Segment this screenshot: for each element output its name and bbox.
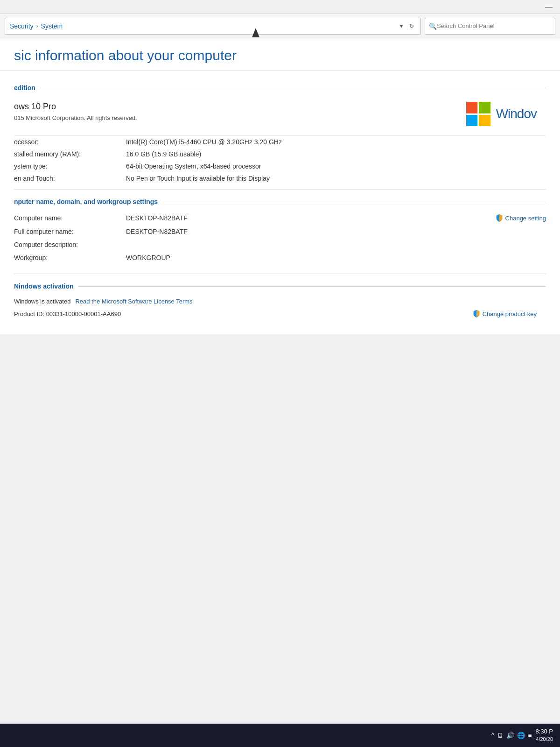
taskbar-right: ^ 🖥 🔊 🌐 ≡ 8:30 P 4/20/20 [491, 727, 553, 743]
logo-quadrant-tr [479, 102, 490, 113]
activation-section-header: Nindows activation [14, 282, 546, 290]
edition-header-text: edition [14, 84, 35, 92]
processor-value: Intel(R) Core(TM) i5-4460 CPU @ 3.20GHz … [126, 138, 546, 146]
edition-section-header: edition [14, 84, 546, 92]
workgroup-value: WORKGROUP [126, 254, 546, 261]
tray-volume-icon[interactable]: 🔊 [506, 732, 514, 739]
clock-time: 8:30 P [535, 727, 553, 736]
full-computer-name-label: Full computer name: [14, 228, 126, 235]
ram-row: stalled memory (RAM): 16.0 GB (15.9 GB u… [14, 148, 546, 160]
activation-status-text: Windows is activated [14, 298, 70, 305]
tray-network-icon[interactable]: 🌐 [517, 732, 525, 739]
breadcrumb-system: System [41, 22, 63, 30]
tray-monitor-icon[interactable]: 🖥 [497, 732, 504, 739]
logo-quadrant-tl [466, 102, 478, 113]
refresh-button[interactable]: ↻ [407, 22, 416, 30]
pen-touch-row: en and Touch: No Pen or Touch Input is a… [14, 172, 546, 184]
license-terms-link[interactable]: Read the Microsoft Software License Term… [75, 298, 192, 305]
main-content: sic information about your computer edit… [0, 38, 560, 334]
windows-logo-grid [466, 102, 490, 126]
edition-name: ows 10 Pro [14, 102, 466, 112]
change-settings-button[interactable]: Change setting [495, 214, 546, 222]
windows-logo: Windov [466, 102, 546, 126]
breadcrumb: Security › System [10, 22, 63, 30]
activation-section: Windows is activated Read the Microsoft … [14, 296, 546, 320]
system-type-row: ystem type: 64-bit Operating System, x64… [14, 160, 546, 172]
clock-date: 4/20/20 [535, 736, 553, 743]
computer-name-header-text: nputer name, domain, and workgroup setti… [14, 198, 158, 205]
search-box[interactable]: 🔍 [425, 18, 555, 35]
ram-label: stalled memory (RAM): [14, 150, 126, 158]
processor-label: ocessor: [14, 138, 126, 146]
search-icon: 🔍 [429, 22, 437, 30]
computer-description-label: Computer description: [14, 241, 126, 248]
edition-section: ows 10 Pro 015 Microsoft Corporation. Al… [14, 97, 546, 136]
taskbar: ^ 🖥 🔊 🌐 ≡ 8:30 P 4/20/20 [0, 724, 560, 747]
computer-name-section: Computer name: DESKTOP-N82BATF Change se… [14, 211, 546, 264]
change-settings-label: Change setting [505, 215, 546, 222]
computer-name-row: Computer name: DESKTOP-N82BATF Change se… [14, 211, 546, 225]
edition-info: ows 10 Pro 015 Microsoft Corporation. Al… [14, 102, 466, 121]
shield-uac-icon [495, 214, 504, 222]
tray-action-icon[interactable]: ≡ [528, 732, 532, 739]
page-title: sic information about your computer [0, 38, 560, 71]
product-id-text: Product ID: 00331-10000-00001-AA690 [14, 310, 121, 317]
search-input[interactable] [437, 22, 551, 29]
workgroup-label: Workgroup: [14, 254, 126, 261]
breadcrumb-sep1: › [36, 23, 38, 29]
logo-quadrant-br [479, 115, 490, 127]
logo-quadrant-bl [466, 115, 478, 127]
edition-copyright: 015 Microsoft Corporation. All rights re… [14, 114, 466, 121]
workgroup-row: Workgroup: WORKGROUP [14, 251, 546, 264]
breadcrumb-area[interactable]: Security › System ▾ ↻ [5, 18, 421, 35]
address-bar: Security › System ▾ ↻ 🔍 [0, 14, 560, 38]
breadcrumb-security: Security [10, 22, 34, 30]
activation-status-row: Windows is activated Read the Microsoft … [14, 296, 546, 307]
dropdown-button[interactable]: ▾ [398, 22, 405, 30]
activation-header-text: Nindows activation [14, 282, 74, 290]
system-type-label: ystem type: [14, 162, 126, 170]
computer-name-label: Computer name: [14, 214, 126, 222]
windows-logo-text: Windov [496, 106, 537, 121]
tray-chevron-icon[interactable]: ^ [491, 732, 495, 739]
chevron-down-icon: ▾ [400, 23, 403, 29]
system-type-value: 64-bit Operating System, x64-based proce… [126, 162, 546, 170]
minimize-button[interactable]: — [542, 0, 555, 14]
computer-description-row: Computer description: [14, 238, 546, 251]
processor-row: ocessor: Intel(R) Core(TM) i5-4460 CPU @… [14, 136, 546, 148]
pen-touch-value: No Pen or Touch Input is available for t… [126, 175, 546, 182]
change-product-key-button[interactable]: Change product key [472, 310, 537, 318]
ram-value: 16.0 GB (15.9 GB usable) [126, 150, 546, 158]
system-tray: ^ 🖥 🔊 🌐 ≡ [491, 732, 532, 739]
minimize-icon: — [545, 3, 553, 11]
system-info-section: ocessor: Intel(R) Core(TM) i5-4460 CPU @… [14, 136, 546, 184]
pen-touch-label: en and Touch: [14, 175, 126, 182]
full-computer-name-row: Full computer name: DESKTOP-N82BATF [14, 225, 546, 238]
shield-product-icon [472, 310, 481, 318]
tray-clock[interactable]: 8:30 P 4/20/20 [535, 727, 553, 743]
computer-name-section-header: nputer name, domain, and workgroup setti… [14, 198, 546, 205]
computer-name-value: DESKTOP-N82BATF [126, 214, 495, 222]
change-product-key-label: Change product key [483, 310, 537, 317]
full-computer-name-value: DESKTOP-N82BATF [126, 228, 546, 235]
refresh-icon: ↻ [409, 23, 414, 29]
product-id-row: Product ID: 00331-10000-00001-AA690 Chan… [14, 307, 546, 320]
